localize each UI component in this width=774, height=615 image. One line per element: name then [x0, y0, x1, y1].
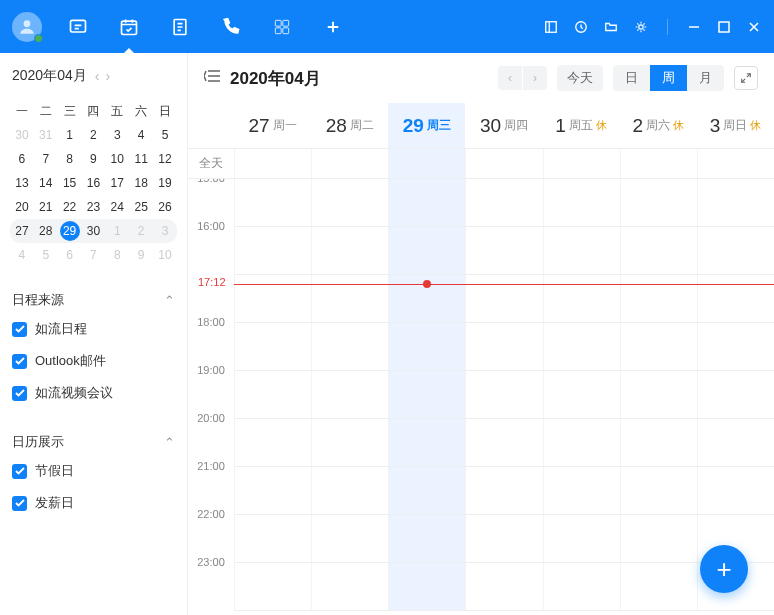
next-period-button[interactable]: ›: [523, 66, 547, 90]
mini-calendar-day[interactable]: 16: [82, 171, 106, 195]
mini-calendar-day[interactable]: 10: [153, 243, 177, 267]
mini-calendar-day[interactable]: 8: [105, 243, 129, 267]
mini-calendar-day[interactable]: 27: [10, 219, 34, 243]
day-header[interactable]: 2周六休: [620, 103, 697, 148]
view-month-button[interactable]: 月: [687, 65, 724, 91]
mini-calendar-day[interactable]: 7: [34, 147, 58, 171]
mini-calendar-day[interactable]: 5: [153, 123, 177, 147]
display-option-item[interactable]: 节假日: [10, 455, 177, 487]
mini-calendar-day[interactable]: 23: [82, 195, 106, 219]
day-header[interactable]: 1周五休: [543, 103, 620, 148]
mini-calendar-day[interactable]: 9: [82, 147, 106, 171]
mini-calendar-day[interactable]: 29: [58, 219, 82, 243]
folder-icon[interactable]: [603, 19, 619, 35]
calendar-display-header[interactable]: 日历展示 ⌃: [10, 429, 177, 455]
mini-calendar-day[interactable]: 4: [10, 243, 34, 267]
close-icon[interactable]: [746, 19, 762, 35]
view-day-button[interactable]: 日: [613, 65, 650, 91]
today-button[interactable]: 今天: [557, 65, 603, 91]
day-header[interactable]: 27周一: [234, 103, 311, 148]
mini-calendar-day[interactable]: 30: [10, 123, 34, 147]
mini-calendar-day[interactable]: 5: [34, 243, 58, 267]
days-header: 27周一28周二29周三30周四1周五休2周六休3周日休: [188, 103, 774, 149]
day-column[interactable]: [620, 179, 697, 611]
avatar[interactable]: [12, 12, 42, 42]
allday-slot[interactable]: [311, 149, 388, 178]
mini-calendar-day[interactable]: 2: [82, 123, 106, 147]
gear-icon[interactable]: [633, 19, 649, 35]
mini-calendar-day[interactable]: 26: [153, 195, 177, 219]
add-event-fab[interactable]: +: [700, 545, 748, 593]
mini-calendar-day[interactable]: 22: [58, 195, 82, 219]
schedule-sources-header[interactable]: 日程来源 ⌃: [10, 287, 177, 313]
mini-calendar-day[interactable]: 31: [34, 123, 58, 147]
mini-calendar-day[interactable]: 30: [82, 219, 106, 243]
chat-icon[interactable]: [68, 17, 88, 37]
day-column[interactable]: [388, 179, 465, 611]
mini-calendar-day[interactable]: 12: [153, 147, 177, 171]
allday-slot[interactable]: [543, 149, 620, 178]
mini-calendar-day[interactable]: 4: [129, 123, 153, 147]
allday-slot[interactable]: [465, 149, 542, 178]
allday-slot[interactable]: [620, 149, 697, 178]
mini-calendar-day[interactable]: 15: [58, 171, 82, 195]
mini-next-month[interactable]: ›: [105, 68, 110, 84]
mini-calendar-day[interactable]: 3: [153, 219, 177, 243]
mini-calendar-day[interactable]: 10: [105, 147, 129, 171]
day-column[interactable]: [465, 179, 542, 611]
mini-calendar-day[interactable]: 13: [10, 171, 34, 195]
minimize-icon[interactable]: [686, 19, 702, 35]
mini-calendar-day[interactable]: 1: [58, 123, 82, 147]
toggle-sidebar-icon[interactable]: [204, 69, 220, 87]
day-header[interactable]: 29周三: [388, 103, 465, 148]
calendar-icon[interactable]: [119, 17, 139, 37]
allday-slot[interactable]: [388, 149, 465, 178]
mini-calendar-day[interactable]: 7: [82, 243, 106, 267]
view-week-button[interactable]: 周: [650, 65, 687, 91]
mini-calendar-day[interactable]: 25: [129, 195, 153, 219]
day-header[interactable]: 30周四: [465, 103, 542, 148]
docs-icon[interactable]: [170, 17, 190, 37]
apps-icon[interactable]: [272, 17, 292, 37]
mini-calendar-day[interactable]: 8: [58, 147, 82, 171]
schedule-source-item[interactable]: 如流视频会议: [10, 377, 177, 409]
mini-calendar-day[interactable]: 6: [10, 147, 34, 171]
schedule-source-item[interactable]: Outlook邮件: [10, 345, 177, 377]
mini-calendar-day[interactable]: 17: [105, 171, 129, 195]
mini-calendar-day[interactable]: 24: [105, 195, 129, 219]
mini-calendar-day[interactable]: 2: [129, 219, 153, 243]
weekday-label: 六: [129, 99, 153, 123]
day-column[interactable]: [311, 179, 388, 611]
day-column[interactable]: [234, 179, 311, 611]
history-icon[interactable]: [573, 19, 589, 35]
mini-calendar-day[interactable]: 1: [105, 219, 129, 243]
mini-calendar-day[interactable]: 6: [58, 243, 82, 267]
mini-calendar-day[interactable]: 9: [129, 243, 153, 267]
maximize-icon[interactable]: [716, 19, 732, 35]
mini-calendar[interactable]: 一二三四五六日 30311234567891011121314151617181…: [10, 99, 177, 267]
day-column[interactable]: [543, 179, 620, 611]
current-month-title: 2020年04月: [230, 67, 321, 90]
time-grid[interactable]: 15:0016:0018:0019:0020:0021:0022:0023:00…: [188, 179, 774, 613]
add-icon[interactable]: [323, 17, 343, 37]
mini-calendar-day[interactable]: 19: [153, 171, 177, 195]
day-header[interactable]: 3周日休: [697, 103, 774, 148]
screenshot-icon[interactable]: [543, 19, 559, 35]
mini-prev-month[interactable]: ‹: [95, 68, 100, 84]
mini-calendar-day[interactable]: 28: [34, 219, 58, 243]
day-header[interactable]: 28周二: [311, 103, 388, 148]
allday-slot[interactable]: [234, 149, 311, 178]
allday-slot[interactable]: [697, 149, 774, 178]
expand-button[interactable]: [734, 66, 758, 90]
mini-calendar-day[interactable]: 14: [34, 171, 58, 195]
day-column[interactable]: [697, 179, 774, 611]
mini-calendar-day[interactable]: 20: [10, 195, 34, 219]
schedule-source-item[interactable]: 如流日程: [10, 313, 177, 345]
display-option-item[interactable]: 发薪日: [10, 487, 177, 519]
prev-period-button[interactable]: ‹: [498, 66, 522, 90]
mini-calendar-day[interactable]: 18: [129, 171, 153, 195]
mini-calendar-day[interactable]: 3: [105, 123, 129, 147]
phone-icon[interactable]: [221, 17, 241, 37]
mini-calendar-day[interactable]: 21: [34, 195, 58, 219]
mini-calendar-day[interactable]: 11: [129, 147, 153, 171]
